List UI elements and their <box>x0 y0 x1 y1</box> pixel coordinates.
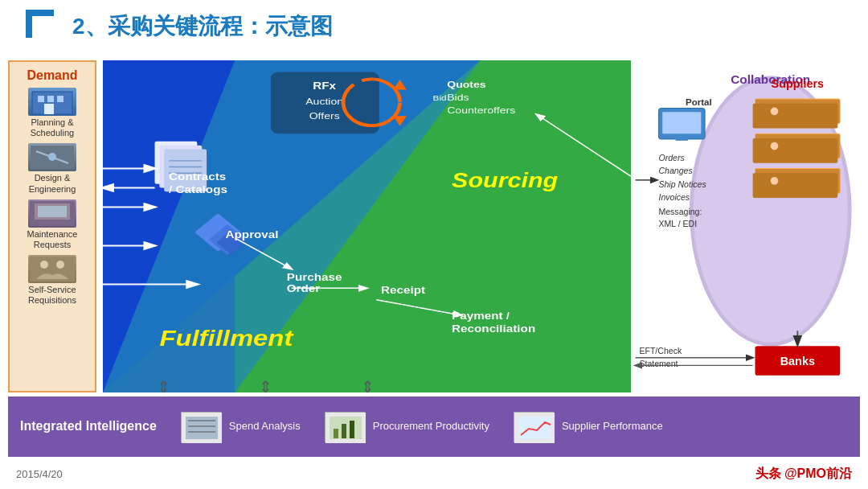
demand-label-4: Self-ServiceRequisitions <box>28 285 76 306</box>
svg-point-15 <box>40 261 48 269</box>
demand-item-3: MaintenanceRequests <box>27 199 78 250</box>
arrow-ud-3: ⇕ <box>361 377 375 397</box>
svg-text:Contracts: Contracts <box>169 171 226 182</box>
svg-text:Suppliers: Suppliers <box>772 77 825 90</box>
svg-text:Reconciliation: Reconciliation <box>452 323 535 334</box>
svg-text:Fulfillment: Fulfillment <box>159 327 294 351</box>
svg-text:Payment /: Payment / <box>452 310 510 321</box>
svg-rect-2 <box>26 10 54 16</box>
svg-text:Receipt: Receipt <box>381 284 425 295</box>
svg-rect-97 <box>334 429 338 438</box>
svg-point-80 <box>771 142 779 150</box>
demand-panel: Demand Planning &Scheduling Design &Engi… <box>8 60 96 392</box>
intel-label-1: Spend Analysis <box>229 420 301 434</box>
svg-text:Offers: Offers <box>309 110 340 121</box>
svg-text:Orders: Orders <box>658 153 685 162</box>
svg-point-81 <box>771 177 779 185</box>
svg-text:/ Catalogs: / Catalogs <box>169 184 227 195</box>
demand-title: Demand <box>27 68 77 83</box>
demand-item-1: Planning &Scheduling <box>28 88 76 138</box>
demand-item-4: Self-ServiceRequisitions <box>28 255 76 306</box>
collab-svg: Collaboration Portal Orders Changes Ship… <box>631 60 860 392</box>
svg-rect-99 <box>350 421 354 438</box>
svg-rect-76 <box>753 138 838 163</box>
svg-point-79 <box>771 108 779 116</box>
intel-item-2: Procurement Productivity <box>325 412 489 442</box>
svg-text:Portal: Portal <box>686 97 712 107</box>
svg-rect-98 <box>342 424 346 438</box>
svg-rect-74 <box>753 104 838 129</box>
svg-text:Order: Order <box>287 282 321 294</box>
svg-text:Bid: Bid <box>433 93 447 102</box>
intel-item-3: Supplier Performance <box>514 412 663 442</box>
svg-rect-78 <box>753 173 838 198</box>
intelligence-bar: Integrated Intelligence Spend Analysis P… <box>8 397 860 457</box>
footer-date: 2015/4/20 <box>16 468 63 480</box>
intel-label-2: Procurement Productivity <box>373 420 489 434</box>
demand-label-3: MaintenanceRequests <box>27 229 78 250</box>
svg-text:Ship Notices: Ship Notices <box>658 179 706 189</box>
svg-text:Banks: Banks <box>780 355 815 368</box>
center-diagram: RFx Auction Offers Quotes Bids Counterof… <box>103 60 631 392</box>
svg-rect-101 <box>518 417 551 439</box>
svg-text:Quotes: Quotes <box>447 79 485 89</box>
svg-rect-7 <box>44 104 54 114</box>
collab-area: Collaboration Portal Orders Changes Ship… <box>631 60 860 392</box>
intel-title: Integrated Intelligence <box>20 418 157 435</box>
svg-text:XML / EDI: XML / EDI <box>658 219 697 228</box>
svg-point-16 <box>56 261 64 269</box>
supplier-perf-icon <box>514 412 554 442</box>
page-title: 2、采购关键流程：示意图 <box>72 11 333 42</box>
svg-text:Messaging:: Messaging: <box>658 207 702 216</box>
svg-rect-64 <box>662 112 701 134</box>
spend-analysis-icon <box>181 412 221 442</box>
bracket-icon <box>24 8 64 44</box>
intel-label-3: Supplier Performance <box>562 420 663 434</box>
svg-rect-13 <box>38 206 67 217</box>
procurement-icon <box>325 412 365 442</box>
svg-text:Sourcing: Sourcing <box>452 170 558 192</box>
arrow-ud-1: ⇕ <box>157 377 170 397</box>
svg-rect-6 <box>57 96 63 102</box>
demand-item-2: Design &Engineering <box>28 143 76 194</box>
demand-label-2: Design &Engineering <box>29 173 76 194</box>
design-icon <box>28 143 76 171</box>
demand-label-1: Planning &Scheduling <box>31 117 74 138</box>
svg-text:Auction: Auction <box>305 96 343 106</box>
footer: 2015/4/20 头条 @PMO前沿 <box>16 466 852 483</box>
svg-rect-4 <box>38 96 44 102</box>
intel-item-1: Spend Analysis <box>181 412 301 442</box>
svg-text:EFT/Check: EFT/Check <box>639 346 682 355</box>
svg-text:Counteroffers: Counteroffers <box>447 105 515 116</box>
svg-text:Changes: Changes <box>658 166 693 175</box>
arrow-group: ⇕ ⇕ ⇕ <box>157 377 375 397</box>
svg-text:Purchase: Purchase <box>287 271 342 282</box>
svg-text:Statement: Statement <box>639 359 678 368</box>
maintenance-icon <box>28 199 76 228</box>
building-icon <box>28 88 76 116</box>
people-icon <box>28 255 76 283</box>
arrow-ud-2: ⇕ <box>259 377 272 397</box>
svg-point-10 <box>48 153 56 161</box>
diagram-svg: RFx Auction Offers Quotes Bids Counterof… <box>103 60 631 392</box>
svg-text:Approval: Approval <box>226 228 279 240</box>
svg-text:Bids: Bids <box>447 92 469 102</box>
svg-text:Invoices: Invoices <box>658 192 690 202</box>
svg-text:RFx: RFx <box>313 80 336 92</box>
svg-rect-91 <box>186 417 218 439</box>
svg-rect-5 <box>47 96 54 102</box>
title-area: 2、采购关键流程：示意图 <box>24 8 333 44</box>
footer-brand: 头条 @PMO前沿 <box>755 466 853 483</box>
